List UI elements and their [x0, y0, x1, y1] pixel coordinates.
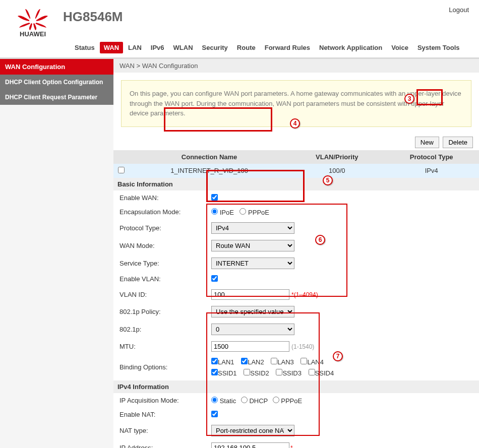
8021p-select[interactable]: 0 — [211, 324, 294, 335]
th-conn-name: Connection Name — [129, 150, 290, 164]
page-hint: On this page, you can configure WAN port… — [121, 80, 471, 127]
header: HUAWEI HG8546M Logout — [0, 0, 479, 39]
lbl-wanmode: WAN Mode: — [114, 237, 205, 254]
sidebar-item-dhcp-option[interactable]: DHCP Client Option Configuration — [0, 75, 113, 90]
section-basic: Basic Information — [113, 178, 479, 190]
section-ipv4: IPv4 Information — [113, 380, 479, 393]
lbl-proto: Protocol Type: — [114, 220, 205, 236]
lbl-nattype: NAT type: — [114, 422, 205, 439]
huawei-logo: HUAWEI — [10, 5, 55, 38]
lbl-encap: Encapsulation Mode: — [114, 206, 205, 219]
nav-tab-security[interactable]: Security — [198, 42, 232, 53]
enable-vlan-checkbox[interactable] — [211, 275, 218, 282]
bind-lan4[interactable] — [301, 358, 307, 364]
th-proto: Protocol Type — [384, 150, 479, 164]
8021p-policy-select[interactable]: Use the specified value — [211, 306, 294, 317]
main-nav: StatusWANLANIPv6WLANSecurityRouteForward… — [0, 39, 479, 59]
nav-tab-wan[interactable]: WAN — [100, 42, 123, 53]
lbl-binding: Binding Options: — [114, 355, 205, 379]
enable-wan-checkbox[interactable] — [211, 194, 218, 201]
lbl-service: Service Type: — [114, 255, 205, 272]
delete-button[interactable]: Delete — [443, 137, 473, 148]
lbl-8021p: 802.1p: — [114, 321, 205, 338]
nav-tab-route[interactable]: Route — [233, 42, 260, 53]
wanmode-select[interactable]: Route WAN — [211, 240, 294, 251]
proto-select[interactable]: IPv4 — [211, 222, 294, 234]
th-vlan: VLAN/Priority — [290, 150, 384, 164]
encap-pppoe-radio[interactable] — [239, 208, 246, 215]
cell-vlan: 100/0 — [290, 164, 384, 178]
nattype-select[interactable]: Port-restricted cone NAT — [211, 425, 294, 436]
lbl-ipacq: IP Acquisition Mode: — [114, 394, 205, 407]
nav-tab-system-tools[interactable]: System Tools — [413, 42, 464, 53]
nav-tab-network-application[interactable]: Network Application — [315, 42, 386, 53]
encap-ipoe-radio[interactable] — [211, 208, 218, 215]
lbl-ip: IP Address: — [114, 440, 205, 449]
connection-table: Connection Name VLAN/Priority Protocol T… — [113, 150, 479, 178]
nav-tab-ipv6[interactable]: IPv6 — [147, 42, 168, 53]
mtu-hint: (1-1540) — [291, 343, 314, 350]
nav-tab-forward-rules[interactable]: Forward Rules — [261, 42, 314, 53]
ipacq-dhcp-radio[interactable] — [241, 397, 248, 403]
bind-lan2[interactable] — [241, 358, 248, 364]
bind-ssid3[interactable] — [276, 369, 282, 375]
vlanid-hint: *(1–4094) — [291, 291, 318, 298]
vlanid-input[interactable] — [211, 289, 289, 300]
ipacq-static-radio[interactable] — [211, 397, 218, 403]
model-label: HG8546M — [63, 9, 123, 25]
cell-conn: 1_INTERNET_R_VID_100 — [129, 164, 290, 178]
lbl-enable-vlan: Enable VLAN: — [114, 273, 205, 286]
new-button[interactable]: New — [415, 137, 439, 148]
lbl-mtu: MTU: — [114, 339, 205, 354]
logout-link[interactable]: Logout — [449, 6, 469, 14]
table-row[interactable]: 1_INTERNET_R_VID_100 100/0 IPv4 — [113, 164, 479, 178]
mtu-input[interactable] — [211, 341, 289, 352]
nav-tab-voice[interactable]: Voice — [387, 42, 412, 53]
cell-proto: IPv4 — [384, 164, 479, 178]
toolbar: New Delete — [113, 135, 479, 150]
sidebar-item-dhcp-request[interactable]: DHCP Client Request Parameter — [0, 90, 113, 105]
lbl-enable-wan: Enable WAN: — [114, 191, 205, 205]
content: WAN > WAN Configuration On this page, yo… — [113, 59, 479, 448]
service-select[interactable]: INTERNET — [211, 258, 294, 269]
breadcrumb: WAN > WAN Configuration — [113, 59, 479, 73]
ip-input[interactable] — [211, 442, 289, 449]
bind-ssid4[interactable] — [309, 369, 315, 375]
sidebar: WAN Configuration DHCP Client Option Con… — [0, 59, 113, 448]
lbl-8021p-policy: 802.1p Policy: — [114, 303, 205, 320]
lbl-vlanid: VLAN ID: — [114, 287, 205, 302]
encap-pppoe-label: PPPoE — [248, 209, 269, 216]
bind-ssid1[interactable] — [211, 369, 218, 375]
nav-tab-status[interactable]: Status — [71, 42, 99, 53]
nav-tab-wlan[interactable]: WLAN — [169, 42, 197, 53]
nav-tab-lan[interactable]: LAN — [124, 42, 146, 53]
encap-ipoe-label: IPoE — [220, 209, 234, 216]
bind-ssid2[interactable] — [244, 369, 250, 375]
row-checkbox[interactable] — [118, 167, 125, 173]
bind-lan1[interactable] — [211, 358, 218, 364]
svg-text:HUAWEI: HUAWEI — [20, 30, 46, 38]
bind-lan3[interactable] — [271, 358, 277, 364]
ipacq-pppoe-radio[interactable] — [273, 397, 279, 403]
enable-nat-checkbox[interactable] — [211, 411, 218, 417]
lbl-nat: Enable NAT: — [114, 408, 205, 421]
sidebar-item-wan-config[interactable]: WAN Configuration — [0, 59, 113, 75]
